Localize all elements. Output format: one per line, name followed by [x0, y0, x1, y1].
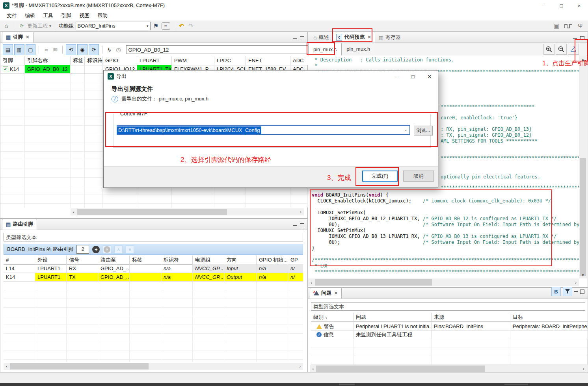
- close-button[interactable]: ×: [570, 0, 588, 11]
- pin-cell[interactable]: ✓ K14: [0, 65, 25, 73]
- dialog-close-button[interactable]: ✕: [421, 71, 438, 82]
- col-adc[interactable]: ADC: [290, 56, 308, 65]
- dialog-maximize-button[interactable]: □: [405, 71, 421, 82]
- col-label[interactable]: 标签: [71, 56, 85, 65]
- col-lpuart[interactable]: LPUART: [137, 56, 172, 65]
- peripherals-chip-icon[interactable]: ▣: [553, 22, 560, 30]
- update-project-label[interactable]: 更新工程: [27, 22, 48, 30]
- cell[interactable]: RX: [67, 264, 98, 273]
- pin-view-mode3-icon[interactable]: ▢: [26, 44, 36, 55]
- clock-icon[interactable]: ◷: [115, 45, 123, 54]
- function-group-select[interactable]: BOARD_InitPins ▾: [76, 22, 151, 30]
- cell[interactable]: n/: [288, 264, 303, 273]
- problem-cell[interactable]: 未监测到任何工具链工程: [354, 330, 432, 339]
- cell[interactable]: GPIO_AD_...: [98, 264, 130, 273]
- target-cell[interactable]: [510, 330, 588, 339]
- cancel-button[interactable]: 取消: [403, 171, 434, 182]
- tab-pins[interactable]: ▦ 引脚 ✕: [2, 32, 33, 43]
- redo-icon[interactable]: ↷: [187, 22, 195, 30]
- table-row[interactable]: 警告 Peripheral LPUART1 is not initia... P…: [311, 322, 588, 331]
- col-gp[interactable]: GP: [288, 256, 303, 264]
- col-num[interactable]: #: [4, 256, 35, 264]
- level-cell[interactable]: i信息: [311, 330, 354, 339]
- problem-cell[interactable]: Peripheral LPUART1 is not initia...: [354, 322, 432, 330]
- col-enet[interactable]: ENET: [246, 56, 290, 65]
- scrollbar-thumb[interactable]: [77, 209, 227, 215]
- target-cell[interactable]: Peripherals: BOARD_InitPeriphe...: [510, 322, 588, 330]
- pin-view-mode2-icon[interactable]: ▥: [14, 44, 24, 55]
- filter-funnel-icon[interactable]: [563, 287, 572, 296]
- cell[interactable]: K14: [4, 273, 35, 281]
- cell[interactable]: n/a: [161, 273, 193, 281]
- usb-icon[interactable]: Ψ: [576, 22, 584, 30]
- source-cell[interactable]: Pins:BOARD_InitPins: [432, 322, 510, 330]
- cell[interactable]: LPUART1: [35, 273, 67, 281]
- problems-filter-input[interactable]: [311, 302, 585, 311]
- level-cell[interactable]: 警告: [311, 322, 354, 330]
- pin-search-input[interactable]: [126, 45, 308, 54]
- cell[interactable]: LPUART1: [35, 264, 67, 273]
- scroll-left-icon[interactable]: ‹: [4, 363, 10, 370]
- rotate-left-icon[interactable]: ⟲: [66, 44, 76, 55]
- wave-double-icon[interactable]: ≋: [51, 45, 59, 54]
- col-peripheral[interactable]: 外设: [35, 256, 67, 264]
- zoom-in-icon[interactable]: [543, 44, 555, 55]
- routed-filter-input[interactable]: [4, 233, 303, 241]
- scroll-left-icon[interactable]: ‹: [71, 208, 77, 215]
- checkbox-checked-icon[interactable]: ✓: [3, 67, 8, 72]
- tab-routed-pins[interactable]: ▤ 路由引脚: [2, 219, 37, 230]
- col-route-to[interactable]: 路由至: [98, 256, 130, 264]
- lightning-icon[interactable]: ϟ: [106, 45, 114, 54]
- col-label[interactable]: 标签: [130, 256, 161, 264]
- zoom-out-icon[interactable]: [556, 44, 567, 55]
- home-icon[interactable]: ⌂: [2, 22, 10, 30]
- center-dot-icon[interactable]: ◉: [77, 44, 87, 55]
- code-h-scrollbar[interactable]: ‹ ›: [308, 278, 579, 286]
- minimize-pane-icon[interactable]: [293, 225, 297, 226]
- log-icon[interactable]: ≣: [162, 22, 170, 30]
- col-level[interactable]: 级别 ∨: [311, 313, 354, 321]
- rotate-right-icon[interactable]: ⟳: [89, 44, 99, 55]
- scrollbar-thumb[interactable]: [580, 158, 586, 276]
- maximize-button[interactable]: □: [553, 0, 570, 11]
- col-identifier[interactable]: 标识符: [85, 56, 103, 65]
- pins-h-scrollbar[interactable]: ‹ ›: [71, 208, 304, 215]
- menu-file[interactable]: 文件: [3, 11, 20, 20]
- minimize-pane-icon[interactable]: [293, 38, 297, 39]
- cell[interactable]: [130, 264, 161, 273]
- label-cell[interactable]: [71, 65, 85, 73]
- scroll-right-icon[interactable]: ›: [581, 365, 587, 372]
- cell[interactable]: n/a: [257, 264, 288, 273]
- col-identifier[interactable]: 标识符: [161, 256, 193, 264]
- col-pin[interactable]: 引脚: [0, 56, 25, 65]
- col-target[interactable]: 目标: [510, 313, 588, 321]
- delete-route-icon[interactable]: ×: [103, 245, 111, 254]
- cell[interactable]: L14: [4, 264, 35, 273]
- code-v-scrollbar[interactable]: ▴ ▾: [579, 56, 587, 278]
- move-up-icon[interactable]: ∧: [114, 245, 123, 254]
- col-problem[interactable]: 问题: [354, 313, 432, 321]
- cell[interactable]: NVCC_GP...: [193, 273, 224, 281]
- cell[interactable]: NVCC_GP...: [193, 264, 224, 273]
- cell[interactable]: [130, 273, 161, 281]
- col-direction[interactable]: 方向: [224, 256, 257, 264]
- col-signal[interactable]: 信号: [67, 256, 98, 264]
- toggle-b-button[interactable]: B: [551, 287, 561, 296]
- minimize-pane-icon[interactable]: [574, 291, 578, 292]
- pin-view-mode1-icon[interactable]: ▤: [3, 44, 13, 55]
- menu-pins[interactable]: 引脚: [58, 11, 75, 20]
- source-cell[interactable]: [432, 330, 510, 339]
- scroll-left-icon[interactable]: ‹: [308, 279, 314, 286]
- scroll-right-icon[interactable]: ›: [298, 208, 304, 215]
- cell[interactable]: Output: [224, 273, 257, 281]
- close-icon[interactable]: ✕: [26, 35, 29, 40]
- scrollbar-thumb[interactable]: [316, 366, 485, 372]
- clocks-waveform-icon[interactable]: [564, 23, 572, 29]
- col-gpio[interactable]: GPIO: [103, 56, 137, 65]
- scroll-right-icon[interactable]: ›: [573, 279, 579, 286]
- table-row-selected[interactable]: K14 LPUART1 TX GPIO_AD_... n/a NVCC_GP..…: [4, 273, 303, 282]
- tab-overview[interactable]: ⌂ 概述: [310, 32, 332, 43]
- table-row[interactable]: L14 LPUART1 RX GPIO_AD_... n/a NVCC_GP..…: [4, 264, 303, 273]
- cell[interactable]: n/: [288, 273, 303, 281]
- problems-h-scrollbar[interactable]: ‹ ›: [310, 365, 587, 372]
